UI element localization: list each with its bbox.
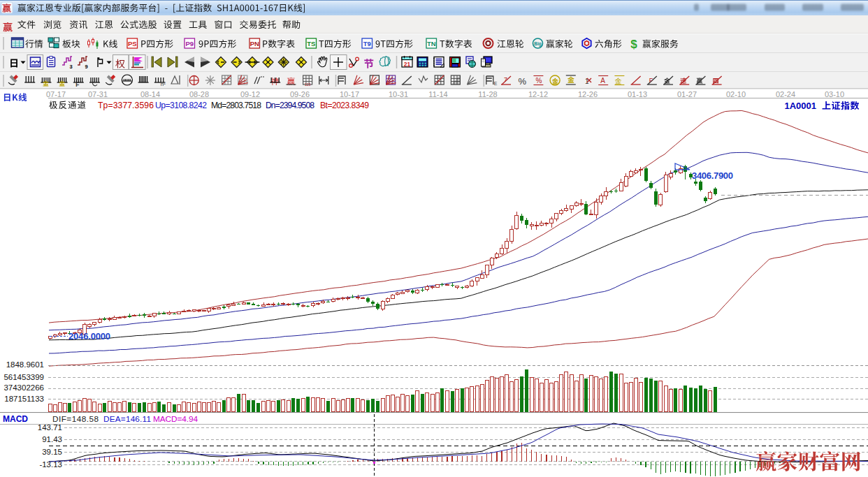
svg-text:374302266: 374302266 [3,383,44,392]
svg-text:Tp=3377.3596: Tp=3377.3596 [98,101,154,110]
svg-text:09-26: 09-26 [290,90,310,98]
svg-text:%: % [535,77,542,85]
svg-text:F: F [75,81,79,88]
svg-text:21: 21 [404,61,411,68]
svg-text:11-14: 11-14 [428,90,447,98]
svg-text:08-14: 08-14 [140,90,160,98]
svg-text:%: % [518,76,526,87]
svg-text:E: E [494,81,498,86]
svg-text:TS: TS [307,40,315,47]
svg-text:Md=2803.7518: Md=2803.7518 [211,101,261,110]
svg-text:PS: PS [128,40,137,47]
svg-text:3406.7900: 3406.7900 [692,170,733,181]
svg-text:11-28: 11-28 [478,90,497,98]
svg-text:143.71: 143.71 [38,423,62,432]
svg-text:MACD=4.94: MACD=4.94 [153,414,198,424]
svg-text:$: $ [630,38,637,51]
svg-text:91.43: 91.43 [42,435,62,443]
svg-text:n²: n² [161,81,166,87]
svg-text:03-10: 03-10 [825,90,844,98]
svg-text:12-12: 12-12 [528,90,548,98]
svg-text:12-26: 12-26 [578,90,598,98]
svg-text:Big: Big [534,41,542,47]
svg-text:2046.0000: 2046.0000 [68,331,110,342]
svg-text:TN: TN [427,40,436,47]
svg-text:01-13: 01-13 [628,90,647,98]
svg-text:A: A [600,77,605,85]
svg-text:1A0001: 1A0001 [784,101,816,111]
svg-text:7: 7 [504,76,507,83]
svg-text:Dn=2394.9508: Dn=2394.9508 [266,101,314,110]
svg-text:Up=3108.8242: Up=3108.8242 [155,101,207,110]
svg-text:07-17: 07-17 [46,90,66,98]
svg-text:Bt=2023.8349: Bt=2023.8349 [320,101,369,110]
svg-text:187151133: 187151133 [4,395,44,403]
svg-text:10-17: 10-17 [340,90,359,98]
svg-text:T9: T9 [363,40,371,47]
svg-text:DEA=146.11: DEA=146.11 [103,414,151,424]
svg-text:3: 3 [69,64,72,70]
svg-text:123: 123 [305,82,311,87]
svg-text:MACD: MACD [3,414,28,424]
svg-text:01-27: 01-27 [677,90,697,98]
svg-text:P9: P9 [185,40,194,47]
svg-text:1848.9601: 1848.9601 [6,360,44,369]
svg-text:10-31: 10-31 [389,90,408,98]
svg-text:02-24: 02-24 [776,90,795,98]
svg-text:DIF=148.58: DIF=148.58 [52,414,99,424]
svg-text:9: 9 [85,64,87,70]
svg-text:39.15: 39.15 [42,448,62,456]
svg-text:09-12: 09-12 [240,90,260,98]
svg-text:F: F [649,77,653,84]
svg-text:561453399: 561453399 [3,373,44,381]
svg-text:02-10: 02-10 [726,90,746,98]
svg-text:08-28: 08-28 [189,90,209,98]
svg-text:PN: PN [250,40,259,47]
svg-text:07-31: 07-31 [88,90,108,98]
